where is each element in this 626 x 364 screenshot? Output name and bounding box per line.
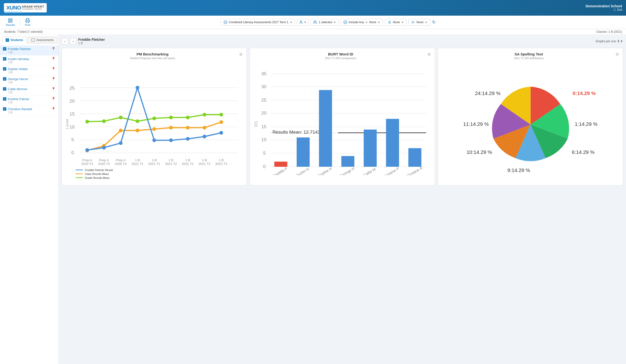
student-list-item[interactable]: Christine Randall 📍 1 B <box>0 105 58 116</box>
student-name-3: George Horne <box>8 77 28 81</box>
svg-text:2021 T2: 2021 T2 <box>165 162 177 166</box>
toolbar: Results Print Combined Literacy Assessme… <box>0 16 626 29</box>
classes-info: Classes: 1 B (2021) <box>596 30 622 33</box>
prev-student-button[interactable]: ‹ <box>62 38 68 44</box>
print-label: Print <box>25 24 31 26</box>
bar-george <box>341 156 354 167</box>
pin-icon-1[interactable]: 📍 <box>51 57 55 61</box>
include-any-arrow: ▼ <box>365 21 368 24</box>
svg-text:1 B: 1 B <box>202 158 207 162</box>
svg-text:Kristine P: Kristine P <box>384 166 400 175</box>
svg-point-51 <box>203 113 206 117</box>
svg-text:2020 T2: 2020 T2 <box>81 162 93 166</box>
burt-chart-title: BURT Word ID <box>254 52 427 56</box>
svg-point-6 <box>301 21 302 22</box>
pie-label-10: 10:14.29 % <box>467 149 492 155</box>
student-list-item[interactable]: Kristine Palmer 📍 1 B <box>0 96 58 105</box>
tab-students[interactable]: ✓ Students <box>2 37 27 43</box>
main-content: ‹ › Freddie Fletcher 1 B Graphs per row:… <box>59 35 626 364</box>
svg-point-45 <box>102 119 106 123</box>
svg-point-66 <box>152 138 156 142</box>
filter-dropdown-3[interactable]: None ▼ <box>408 19 430 26</box>
pin-icon-2[interactable]: 📍 <box>51 67 55 71</box>
student-class-4: 1 B <box>3 91 55 94</box>
svg-point-64 <box>119 141 122 145</box>
student-checkbox-3 <box>3 77 6 81</box>
svg-text:1 B: 1 B <box>185 158 190 162</box>
results-button[interactable]: Results <box>4 17 17 27</box>
selected-dropdown[interactable]: 1 selected ▼ <box>311 19 339 26</box>
filter-close[interactable]: ✕ <box>304 21 306 24</box>
svg-text:20: 20 <box>261 110 267 116</box>
svg-text:0: 0 <box>71 150 74 155</box>
svg-point-69 <box>203 134 206 138</box>
svg-point-44 <box>85 120 89 123</box>
filter-dropdown-2[interactable]: None ▼ <box>385 19 407 26</box>
pin-icon-4[interactable]: 📍 <box>51 87 55 91</box>
none-label-1: None <box>369 21 376 24</box>
bar-christine <box>408 148 421 166</box>
svg-text:2021 T1: 2021 T1 <box>148 162 160 166</box>
student-name-2: Sophie Hobbs <box>8 67 28 71</box>
graphs-per-row-value: 3 <box>618 39 619 43</box>
assessment-dropdown[interactable]: Combined Literacy Assessments 2017 Term … <box>221 19 295 26</box>
svg-point-70 <box>219 131 223 134</box>
student-list-item[interactable]: Sophie Hobbs 📍 1 B <box>0 66 58 75</box>
student-list-item[interactable]: George Horne 📍 1 B <box>0 75 58 86</box>
toolbar-divider <box>20 19 20 26</box>
student-checkbox-0 <box>3 47 6 51</box>
burt-settings-icon[interactable]: ⚙ <box>428 52 431 57</box>
pin-icon-3[interactable]: 📍 <box>51 77 55 81</box>
pie-label-9: 9:14.29 % <box>508 167 530 173</box>
sa-chart-title: SA Spelling Test <box>442 52 616 56</box>
svg-text:20: 20 <box>70 99 75 103</box>
refresh-button[interactable]: ↻ <box>432 20 436 25</box>
student-name-6: Christine Randall <box>8 107 32 111</box>
svg-text:30: 30 <box>261 84 267 89</box>
student-list-item[interactable]: Austin Hensley 📍 1 B <box>0 55 58 66</box>
svg-point-65 <box>136 86 139 89</box>
student-list-item[interactable]: Freddie Fletcher 📍 1 B <box>0 45 58 55</box>
graphs-per-row-label: Graphs per row: <box>595 39 617 43</box>
student-display-name: Freddie Fletcher <box>78 38 105 41</box>
include-any-dropdown[interactable]: Include Any ▼ None ▼ <box>341 19 383 26</box>
sa-svg: 0:14.29 % 1:14.29 % 6:14.29 % 9:14.29 % … <box>442 64 619 181</box>
student-title: Freddie Fletcher 1 B <box>78 38 105 45</box>
pin-icon-5[interactable]: 📍 <box>51 97 55 101</box>
sidebar-tabs: ✓ Students Assessments <box>0 35 58 43</box>
svg-point-62 <box>85 148 89 152</box>
graphs-per-row-arrow[interactable]: ▼ <box>620 39 623 43</box>
sa-settings-icon[interactable]: ⚙ <box>616 52 619 57</box>
pin-icon-6[interactable]: 📍 <box>51 107 55 111</box>
student-class-2: 1 B <box>3 71 55 74</box>
svg-text:Sophie H: Sophie H <box>317 166 333 175</box>
legend-class-mean: Class Results Mean <box>76 172 242 175</box>
svg-text:2021 T2: 2021 T2 <box>198 162 211 166</box>
legend-freddie-label: Freddie Fletcher Result <box>85 168 113 171</box>
main-container: ✓ Students Assessments Freddie Fletcher … <box>0 35 626 364</box>
next-student-button[interactable]: › <box>70 38 76 44</box>
svg-rect-0 <box>8 19 10 20</box>
tab-assessments[interactable]: Assessments <box>28 37 57 43</box>
pm-chart-header: PM Benchmarking Student Progress over ti… <box>66 52 242 63</box>
student-checkbox-5 <box>3 97 6 101</box>
svg-text:Results Mean: 12.7143: Results Mean: 12.7143 <box>273 130 320 134</box>
svg-point-46 <box>119 116 122 119</box>
pm-settings-icon[interactable]: ⚙ <box>239 52 242 57</box>
exit-label[interactable]: Exit <box>617 8 622 11</box>
legend-grade-mean-label: Grade Results Mean <box>85 176 110 179</box>
svg-point-56 <box>136 129 139 132</box>
student-list: Freddie Fletcher 📍 1 B Austin Hensley 📍 … <box>0 43 58 364</box>
print-button[interactable]: Print <box>23 17 33 27</box>
student-checkbox-2 <box>3 67 6 71</box>
exit-button[interactable]: ⬡ Exit <box>586 8 622 11</box>
pm-chart-title: PM Benchmarking <box>66 52 239 56</box>
pin-icon-0[interactable]: 📍 <box>51 47 55 51</box>
logo-grade: GRADE²XPERT STUDENT MAPS <box>22 5 44 10</box>
student-class-3: 1 B <box>3 81 55 84</box>
student-name-0: Freddie Fletcher <box>8 47 31 51</box>
sa-spelling-card: SA Spelling Test 2021 T1 (RS distributio… <box>438 48 623 185</box>
svg-text:Prep A: Prep A <box>99 158 109 162</box>
student-list-item[interactable]: Callie Morrow 📍 1 B <box>0 86 58 96</box>
toolbar-center: Combined Literacy Assessments 2017 Term … <box>34 19 622 26</box>
